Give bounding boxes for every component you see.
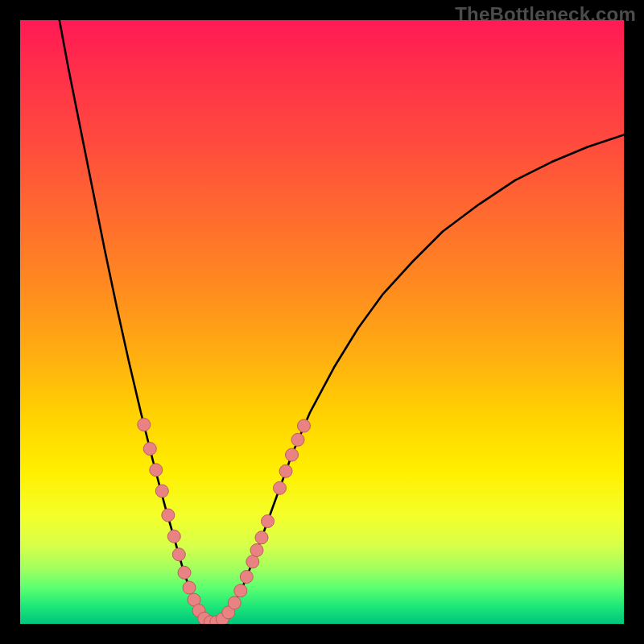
sample-dot bbox=[274, 481, 287, 494]
sample-dot bbox=[155, 485, 168, 497]
sample-dot bbox=[291, 433, 304, 446]
bottleneck-curve bbox=[60, 20, 624, 624]
sample-dot bbox=[298, 419, 311, 432]
sample-dot bbox=[246, 555, 259, 568]
sample-dot bbox=[150, 464, 163, 477]
sample-dot bbox=[183, 581, 196, 594]
plot-area bbox=[20, 20, 624, 624]
sample-dot bbox=[167, 530, 180, 543]
sample-dot bbox=[255, 531, 268, 544]
sample-dot bbox=[228, 597, 241, 609]
sample-dot bbox=[138, 419, 151, 431]
sample-dot bbox=[240, 571, 253, 584]
sample-dot bbox=[262, 515, 275, 528]
sample-dot bbox=[162, 509, 175, 522]
sample-dot bbox=[279, 464, 292, 477]
sample-dot bbox=[286, 448, 299, 461]
sample-dot bbox=[143, 443, 156, 456]
sample-dot bbox=[234, 584, 247, 597]
chart-stage: TheBottleneck.com bbox=[0, 0, 644, 644]
sample-dots bbox=[138, 419, 311, 625]
sample-dot bbox=[178, 566, 191, 579]
sample-dot bbox=[172, 548, 185, 561]
curve-svg bbox=[20, 20, 624, 624]
sample-dot bbox=[250, 544, 263, 557]
